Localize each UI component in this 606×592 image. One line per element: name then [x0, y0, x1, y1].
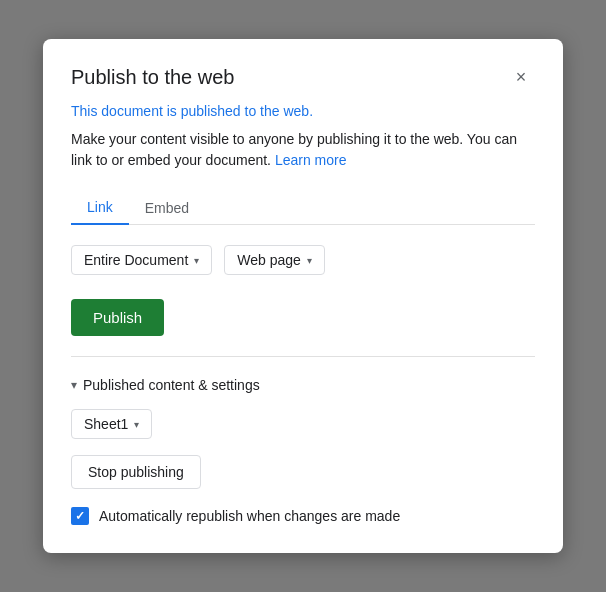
overlay: Publish to the web × This document is pu…: [0, 0, 606, 592]
sheet-dropdown[interactable]: Sheet1 ▾: [71, 409, 152, 439]
published-settings: ▾ Published content & settings Sheet1 ▾ …: [71, 377, 535, 525]
auto-republish-checkbox[interactable]: ✓: [71, 507, 89, 525]
dropdowns-row: Entire Document ▾ Web page ▾: [71, 245, 535, 275]
format-arrow-icon: ▾: [307, 255, 312, 266]
learn-more-link[interactable]: Learn more: [275, 152, 347, 168]
collapse-arrow-icon: ▾: [71, 378, 77, 392]
format-dropdown[interactable]: Web page ▾: [224, 245, 325, 275]
document-scope-arrow-icon: ▾: [194, 255, 199, 266]
checkmark-icon: ✓: [75, 509, 85, 523]
publish-button[interactable]: Publish: [71, 299, 164, 336]
stop-publishing-button[interactable]: Stop publishing: [71, 455, 201, 489]
document-scope-dropdown[interactable]: Entire Document ▾: [71, 245, 212, 275]
tab-embed[interactable]: Embed: [129, 191, 205, 224]
settings-header[interactable]: ▾ Published content & settings: [71, 377, 535, 393]
description-text: Make your content visible to anyone by p…: [71, 129, 535, 171]
auto-republish-row: ✓ Automatically republish when changes a…: [71, 507, 535, 525]
published-status-text: This document is published to the web.: [71, 103, 535, 119]
publish-dialog: Publish to the web × This document is pu…: [43, 39, 563, 553]
close-button[interactable]: ×: [507, 63, 535, 91]
tab-link[interactable]: Link: [71, 191, 129, 225]
tabs-container: Link Embed: [71, 191, 535, 225]
dialog-title: Publish to the web: [71, 66, 234, 89]
sheet-arrow-icon: ▾: [134, 419, 139, 430]
divider: [71, 356, 535, 357]
dialog-header: Publish to the web ×: [71, 63, 535, 91]
auto-republish-label: Automatically republish when changes are…: [99, 508, 400, 524]
